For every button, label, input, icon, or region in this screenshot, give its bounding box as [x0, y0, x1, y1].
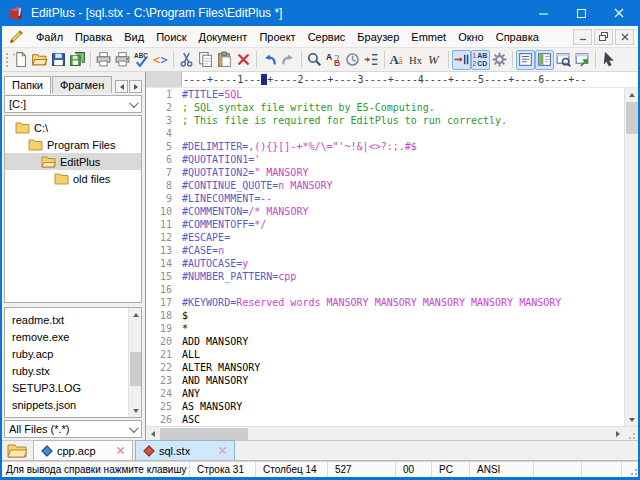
mdi-close-button[interactable]: [615, 29, 634, 45]
close-button[interactable]: [600, 0, 638, 26]
document-tab-cpp-acp[interactable]: cpp.acp: [33, 440, 133, 460]
mdi-restore-button[interactable]: [594, 29, 613, 45]
select-mode-button[interactable]: [599, 50, 618, 70]
file-item-snippets-json[interactable]: snippets.json: [5, 396, 141, 413]
tree-item-programfiles[interactable]: Program Files: [5, 136, 141, 153]
document-tab-sql-stx[interactable]: sql.stx: [135, 440, 235, 460]
file-item-readme-txt[interactable]: readme.txt: [5, 311, 141, 328]
window-resize-grip[interactable]: [627, 465, 637, 475]
replace-button[interactable]: AB: [324, 50, 343, 70]
blue-diamond-icon: [41, 445, 52, 456]
save-all-button[interactable]: [68, 50, 87, 70]
scrollbar-thumb[interactable]: [626, 102, 638, 134]
close-tab-icon[interactable]: [116, 445, 125, 457]
ruler-ticks: +----2----+----3----+----4----+----5----…: [267, 74, 586, 85]
close-tab-icon[interactable]: [218, 445, 227, 457]
menu-item-поиск[interactable]: Поиск: [150, 26, 192, 47]
sidebar-tab-папки[interactable]: Папки: [4, 76, 51, 94]
copy-button[interactable]: [196, 50, 215, 70]
scroll-up-icon[interactable]: [625, 88, 638, 101]
open-in-browser-button[interactable]: [573, 50, 592, 70]
scroll-left-icon[interactable]: [115, 80, 128, 93]
cut-button[interactable]: [177, 50, 196, 70]
redo-icon: [280, 51, 297, 68]
scroll-down-icon[interactable]: [625, 413, 638, 426]
set-font-icon: Aã: [389, 51, 406, 68]
mdi-minimize-button[interactable]: [573, 29, 592, 45]
file-item-remove-exe[interactable]: remove.exe: [5, 328, 141, 345]
hex-viewer-button[interactable]: Hx: [407, 50, 426, 70]
tree-item-editplus[interactable]: EditPlus: [5, 153, 141, 170]
menu-item-правка[interactable]: Правка: [69, 26, 118, 47]
delete-button[interactable]: [234, 50, 253, 70]
view-in-browser-icon: <>: [152, 51, 169, 68]
word-wrap-button[interactable]: W: [426, 50, 445, 70]
print-preview-button[interactable]: [94, 50, 113, 70]
save-file-button[interactable]: [49, 50, 68, 70]
file-list-scrollbar[interactable]: [128, 308, 141, 417]
file-item-ruby-stx[interactable]: ruby.stx: [5, 362, 141, 379]
line-number: 3: [146, 114, 174, 127]
scroll-left-icon[interactable]: [146, 427, 159, 440]
scroll-down-icon[interactable]: [129, 404, 142, 417]
scroll-up-icon[interactable]: [129, 308, 142, 321]
toolbar-drag-handle[interactable]: [4, 51, 9, 69]
pencil-icon: [9, 29, 24, 44]
scroll-right-icon[interactable]: [611, 427, 624, 440]
browser-preview-icon: [555, 51, 572, 68]
goto-line-button[interactable]: [362, 50, 381, 70]
side-panel-button[interactable]: [535, 50, 554, 70]
file-list: readme.txtremove.exeruby.acpruby.stxSETU…: [4, 307, 142, 418]
horizontal-scrollbar[interactable]: [146, 426, 638, 440]
menu-item-вид[interactable]: Вид: [118, 26, 150, 47]
print-button[interactable]: [113, 50, 132, 70]
menu-item-проект[interactable]: Проект: [253, 26, 301, 47]
undo-button[interactable]: [260, 50, 279, 70]
file-item-setup3-log[interactable]: SETUP3.LOG: [5, 379, 141, 396]
document-list-button[interactable]: [516, 50, 535, 70]
auto-completion-button[interactable]: 1AB2CD: [471, 50, 490, 70]
find-session-button[interactable]: [343, 50, 362, 70]
line-number: 14: [146, 257, 174, 270]
tree-item-oldfiles[interactable]: old files: [5, 170, 141, 187]
file-filter-value: All Files (*.*): [9, 423, 70, 435]
file-item-ruby-acp[interactable]: ruby.acp: [5, 345, 141, 362]
scrollbar-thumb[interactable]: [130, 352, 141, 386]
redo-button[interactable]: [279, 50, 298, 70]
spell-check-button[interactable]: ABC: [132, 50, 151, 70]
scrollbar-thumb[interactable]: [160, 428, 248, 440]
paste-button[interactable]: [215, 50, 234, 70]
goto-line-icon: [363, 51, 380, 68]
view-in-browser-button[interactable]: <>: [151, 50, 170, 70]
line-number: 21: [146, 348, 174, 361]
find-button[interactable]: [305, 50, 324, 70]
new-file-button[interactable]: [11, 50, 30, 70]
set-font-button[interactable]: Aã: [388, 50, 407, 70]
file-filter-selector[interactable]: All Files (*.*): [4, 420, 142, 438]
tab-settings-button[interactable]: [452, 50, 471, 70]
sidebar-tab-фрагмен[interactable]: Фрагмен: [52, 76, 112, 93]
vertical-scrollbar[interactable]: [624, 88, 638, 426]
drive-selector[interactable]: [C:]: [4, 95, 142, 113]
menu-item-файл[interactable]: Файл: [30, 26, 69, 47]
find-session-icon: [344, 51, 361, 68]
folder-icon[interactable]: [7, 442, 27, 458]
open-file-button[interactable]: [30, 50, 49, 70]
tab-settings-icon: [453, 51, 470, 68]
line-number: 23: [146, 374, 174, 387]
menu-item-emmet[interactable]: Emmet: [405, 26, 452, 47]
text-editing-area[interactable]: 1#TITLE=SQL2; SQL syntax file written by…: [146, 88, 624, 426]
scroll-right-icon[interactable]: [129, 80, 142, 93]
menu-item-документ[interactable]: Документ: [193, 26, 254, 47]
save-file-icon: [50, 51, 67, 68]
code-line: 25AS MANSORY: [146, 400, 624, 413]
menu-item-справка[interactable]: Справка: [490, 26, 545, 47]
browser-preview-button[interactable]: [554, 50, 573, 70]
preferences-button[interactable]: [490, 50, 509, 70]
menu-item-сервис[interactable]: Сервис: [302, 26, 352, 47]
maximize-button[interactable]: [562, 0, 600, 26]
menu-item-окно[interactable]: Окно: [452, 26, 490, 47]
menu-item-браузер[interactable]: Браузер: [351, 26, 405, 47]
minimize-button[interactable]: [524, 0, 562, 26]
tree-item-c[interactable]: C:\: [5, 119, 141, 136]
